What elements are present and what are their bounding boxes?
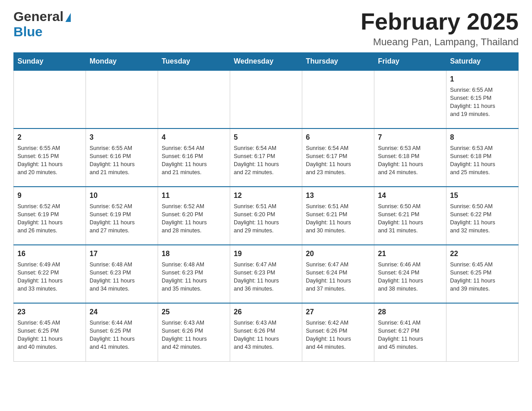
- day-info: Sunrise: 6:43 AMSunset: 6:26 PMDaylight:…: [162, 319, 226, 351]
- day-info: Sunrise: 6:55 AMSunset: 6:15 PMDaylight:…: [450, 86, 515, 119]
- calendar-week-row: 23Sunrise: 6:45 AMSunset: 6:25 PMDayligh…: [14, 303, 519, 361]
- day-number: 2: [17, 133, 82, 142]
- calendar-day-cell: 9Sunrise: 6:52 AMSunset: 6:19 PMDaylight…: [14, 187, 86, 245]
- day-number: 27: [306, 307, 370, 317]
- calendar-day-cell: [302, 70, 374, 128]
- day-info: Sunrise: 6:55 AMSunset: 6:15 PMDaylight:…: [17, 144, 82, 177]
- calendar-day-cell: [158, 70, 230, 128]
- logo-triangle-icon: [65, 13, 71, 22]
- calendar-day-cell: [446, 303, 519, 361]
- day-info: Sunrise: 6:42 AMSunset: 6:26 PMDaylight:…: [306, 319, 370, 351]
- day-info: Sunrise: 6:50 AMSunset: 6:22 PMDaylight:…: [450, 202, 515, 235]
- calendar-week-row: 9Sunrise: 6:52 AMSunset: 6:19 PMDaylight…: [14, 187, 519, 245]
- day-info: Sunrise: 6:53 AMSunset: 6:18 PMDaylight:…: [378, 144, 442, 177]
- day-number: 18: [162, 249, 226, 259]
- day-number: 17: [90, 249, 154, 259]
- weekday-friday: Friday: [374, 53, 446, 71]
- day-number: 11: [162, 191, 226, 201]
- calendar-day-cell: 3Sunrise: 6:55 AMSunset: 6:16 PMDaylight…: [86, 128, 158, 187]
- calendar-header: SundayMondayTuesdayWednesdayThursdayFrid…: [14, 53, 519, 71]
- calendar-day-cell: 12Sunrise: 6:51 AMSunset: 6:20 PMDayligh…: [230, 187, 302, 245]
- calendar-day-cell: 21Sunrise: 6:46 AMSunset: 6:24 PMDayligh…: [374, 245, 446, 303]
- calendar-body: 1Sunrise: 6:55 AMSunset: 6:15 PMDaylight…: [14, 70, 519, 361]
- day-number: 10: [90, 191, 154, 201]
- day-info: Sunrise: 6:43 AMSunset: 6:26 PMDaylight:…: [234, 319, 298, 351]
- day-info: Sunrise: 6:49 AMSunset: 6:22 PMDaylight:…: [17, 261, 82, 293]
- day-info: Sunrise: 6:50 AMSunset: 6:21 PMDaylight:…: [378, 202, 442, 235]
- calendar-day-cell: 13Sunrise: 6:51 AMSunset: 6:21 PMDayligh…: [302, 187, 374, 245]
- day-number: 26: [234, 307, 298, 317]
- calendar-day-cell: 23Sunrise: 6:45 AMSunset: 6:25 PMDayligh…: [14, 303, 86, 361]
- weekday-thursday: Thursday: [302, 53, 374, 71]
- calendar-week-row: 2Sunrise: 6:55 AMSunset: 6:15 PMDaylight…: [14, 128, 519, 187]
- location-subtitle: Mueang Pan, Lampang, Thailand: [360, 36, 519, 48]
- calendar-day-cell: 4Sunrise: 6:54 AMSunset: 6:16 PMDaylight…: [158, 128, 230, 187]
- day-info: Sunrise: 6:52 AMSunset: 6:20 PMDaylight:…: [162, 202, 226, 235]
- day-info: Sunrise: 6:45 AMSunset: 6:25 PMDaylight:…: [17, 319, 82, 351]
- calendar-day-cell: [374, 70, 446, 128]
- day-number: 22: [450, 249, 515, 259]
- day-number: 28: [378, 307, 442, 317]
- month-title: February 2025: [360, 9, 519, 34]
- calendar-day-cell: 17Sunrise: 6:48 AMSunset: 6:23 PMDayligh…: [86, 245, 158, 303]
- day-number: 3: [90, 133, 154, 142]
- day-number: 15: [450, 191, 515, 201]
- weekday-tuesday: Tuesday: [158, 53, 230, 71]
- weekday-sunday: Sunday: [14, 53, 86, 71]
- calendar-day-cell: 8Sunrise: 6:53 AMSunset: 6:18 PMDaylight…: [446, 128, 519, 187]
- calendar-day-cell: 7Sunrise: 6:53 AMSunset: 6:18 PMDaylight…: [374, 128, 446, 187]
- day-number: 1: [450, 74, 515, 84]
- day-number: 4: [162, 133, 226, 142]
- logo-blue-text: Blue: [13, 24, 43, 39]
- day-info: Sunrise: 6:54 AMSunset: 6:17 PMDaylight:…: [234, 144, 298, 177]
- calendar-day-cell: 26Sunrise: 6:43 AMSunset: 6:26 PMDayligh…: [230, 303, 302, 361]
- day-number: 7: [378, 133, 442, 142]
- calendar-day-cell: 6Sunrise: 6:54 AMSunset: 6:17 PMDaylight…: [302, 128, 374, 187]
- calendar-day-cell: [14, 70, 86, 128]
- title-block: February 2025 Mueang Pan, Lampang, Thail…: [360, 9, 519, 48]
- weekday-wednesday: Wednesday: [230, 53, 302, 71]
- calendar-day-cell: 28Sunrise: 6:41 AMSunset: 6:27 PMDayligh…: [374, 303, 446, 361]
- logo: General Blue: [13, 9, 71, 39]
- day-number: 8: [450, 133, 515, 142]
- day-info: Sunrise: 6:52 AMSunset: 6:19 PMDaylight:…: [90, 202, 154, 235]
- day-number: 24: [90, 307, 154, 317]
- calendar-day-cell: 1Sunrise: 6:55 AMSunset: 6:15 PMDaylight…: [446, 70, 519, 128]
- day-info: Sunrise: 6:44 AMSunset: 6:25 PMDaylight:…: [90, 319, 154, 351]
- calendar-day-cell: 27Sunrise: 6:42 AMSunset: 6:26 PMDayligh…: [302, 303, 374, 361]
- logo-general-text: General: [13, 9, 64, 24]
- calendar-day-cell: 11Sunrise: 6:52 AMSunset: 6:20 PMDayligh…: [158, 187, 230, 245]
- day-number: 19: [234, 249, 298, 259]
- day-number: 9: [17, 191, 82, 201]
- day-info: Sunrise: 6:48 AMSunset: 6:23 PMDaylight:…: [90, 261, 154, 293]
- day-info: Sunrise: 6:51 AMSunset: 6:20 PMDaylight:…: [234, 202, 298, 235]
- calendar-day-cell: 25Sunrise: 6:43 AMSunset: 6:26 PMDayligh…: [158, 303, 230, 361]
- calendar-day-cell: 5Sunrise: 6:54 AMSunset: 6:17 PMDaylight…: [230, 128, 302, 187]
- weekday-header-row: SundayMondayTuesdayWednesdayThursdayFrid…: [14, 53, 519, 71]
- day-info: Sunrise: 6:55 AMSunset: 6:16 PMDaylight:…: [90, 144, 154, 177]
- calendar-week-row: 16Sunrise: 6:49 AMSunset: 6:22 PMDayligh…: [14, 245, 519, 303]
- day-number: 5: [234, 133, 298, 142]
- day-number: 20: [306, 249, 370, 259]
- day-info: Sunrise: 6:45 AMSunset: 6:25 PMDaylight:…: [450, 261, 515, 293]
- day-info: Sunrise: 6:47 AMSunset: 6:23 PMDaylight:…: [234, 261, 298, 293]
- day-number: 12: [234, 191, 298, 201]
- calendar-day-cell: 15Sunrise: 6:50 AMSunset: 6:22 PMDayligh…: [446, 187, 519, 245]
- day-number: 16: [17, 249, 82, 259]
- day-number: 25: [162, 307, 226, 317]
- day-info: Sunrise: 6:47 AMSunset: 6:24 PMDaylight:…: [306, 261, 370, 293]
- calendar-day-cell: [86, 70, 158, 128]
- day-info: Sunrise: 6:52 AMSunset: 6:19 PMDaylight:…: [17, 202, 82, 235]
- calendar-day-cell: 19Sunrise: 6:47 AMSunset: 6:23 PMDayligh…: [230, 245, 302, 303]
- day-number: 14: [378, 191, 442, 201]
- day-info: Sunrise: 6:51 AMSunset: 6:21 PMDaylight:…: [306, 202, 370, 235]
- calendar-day-cell: 16Sunrise: 6:49 AMSunset: 6:22 PMDayligh…: [14, 245, 86, 303]
- day-info: Sunrise: 6:54 AMSunset: 6:16 PMDaylight:…: [162, 144, 226, 177]
- calendar-day-cell: 18Sunrise: 6:48 AMSunset: 6:23 PMDayligh…: [158, 245, 230, 303]
- day-info: Sunrise: 6:46 AMSunset: 6:24 PMDaylight:…: [378, 261, 442, 293]
- calendar-day-cell: 20Sunrise: 6:47 AMSunset: 6:24 PMDayligh…: [302, 245, 374, 303]
- day-number: 6: [306, 133, 370, 142]
- day-info: Sunrise: 6:48 AMSunset: 6:23 PMDaylight:…: [162, 261, 226, 293]
- weekday-saturday: Saturday: [446, 53, 519, 71]
- calendar-day-cell: 14Sunrise: 6:50 AMSunset: 6:21 PMDayligh…: [374, 187, 446, 245]
